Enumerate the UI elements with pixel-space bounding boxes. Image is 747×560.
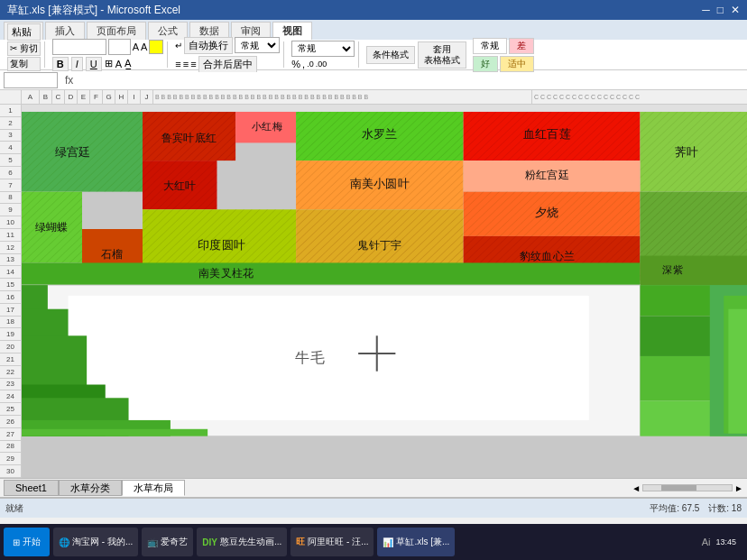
svg-text:深紫: 深紫 <box>662 265 682 276</box>
col-I: I <box>128 90 141 104</box>
start-button[interactable]: ⊞ 开始 <box>4 528 50 556</box>
minimize-btn[interactable]: ─ <box>702 4 710 16</box>
border-icon[interactable]: ⊞ <box>105 58 113 69</box>
paste-button[interactable]: 粘贴 <box>7 23 41 41</box>
excel-icon: 📊 <box>383 537 393 547</box>
clipboard-group: 粘贴 ✂ 剪切 复制 格式刷 <box>4 41 45 68</box>
sheet-tabs-area: Sheet1 水草分类 水草布局 ◄ ► <box>0 478 747 498</box>
column-headers: A B C D E F G H I J B B B B B B B B B B … <box>0 90 747 105</box>
increase-decimal-icon[interactable]: .0 <box>307 60 314 69</box>
corner-cell <box>0 90 22 104</box>
font-size-input[interactable]: -4 <box>108 39 131 55</box>
col-C: C <box>52 90 65 104</box>
align-left-icon[interactable]: ≡ <box>175 59 180 69</box>
scroll-thumb <box>661 485 696 491</box>
svg-rect-32 <box>640 256 747 286</box>
svg-text:绿宫廷: 绿宫廷 <box>55 145 91 159</box>
taskbar-item-aiqiyi[interactable]: 📺 爱奇艺 <box>142 528 193 556</box>
style-good[interactable]: 好 <box>473 56 498 72</box>
col-A: A <box>22 90 40 104</box>
title-bar: 草缸.xls [兼容模式] - Microsoft Excel ─ □ ✕ <box>0 0 747 20</box>
svg-text:血红百莲: 血红百莲 <box>523 128 571 142</box>
taskbar-item-wangwang[interactable]: 旺 阿里旺旺 - 汪... <box>290 528 374 556</box>
decrease-decimal-icon[interactable]: .00 <box>316 60 327 69</box>
taskbar-item-animation[interactable]: DIY 憨豆先生动画... <box>197 528 287 556</box>
fill-color-icon[interactable]: A <box>115 59 122 69</box>
row-headers: 1 2 3 4 5 6 7 8 9 10 11 12 13 14 15 16 1… <box>0 105 22 478</box>
merge-center-button[interactable]: 合并后居中 <box>198 56 257 73</box>
comma-icon[interactable]: , <box>302 59 305 69</box>
taobao-icon: 🌐 <box>59 537 69 547</box>
sheet-tab-water-class[interactable]: 水草分类 <box>59 480 122 496</box>
wrap-text-icon[interactable]: ↵ <box>175 41 182 50</box>
svg-text:水罗兰: 水罗兰 <box>362 128 398 142</box>
italic-button[interactable]: I <box>71 57 83 71</box>
grid-container[interactable]: 绿宫廷 鲁宾叶底红 小红梅 水罗兰 血红百莲 荠叶 大红叶 南美小圆叶 粉红宫廷… <box>22 105 747 478</box>
animation-label: 憨豆先生动画... <box>220 536 281 548</box>
windows-icon: ⊞ <box>13 537 20 547</box>
svg-text:南美叉柱花: 南美叉柱花 <box>198 267 254 280</box>
table-format-button[interactable]: 套用表格格式 <box>418 41 466 69</box>
sheet-tab-sheet1[interactable]: Sheet1 <box>4 480 59 496</box>
average-status: 平均值: 67.5 <box>650 502 699 515</box>
formula-bar: BH1 fx 59 <box>0 70 747 90</box>
style-medium[interactable]: 适中 <box>500 56 534 72</box>
font-color-icon[interactable]: A̲ <box>124 58 132 69</box>
svg-text:夕烧: 夕烧 <box>535 206 559 219</box>
sheet-body: 1 2 3 4 5 6 7 8 9 10 11 12 13 14 15 16 1… <box>0 105 747 478</box>
col-F: F <box>90 90 103 104</box>
ai-label: Ai <box>702 537 711 547</box>
ribbon-tabs: 开始 插入 页面布局 公式 数据 审阅 视图 <box>0 20 747 40</box>
col-B: B <box>40 90 52 104</box>
tab-page-layout[interactable]: 页面布局 <box>87 22 146 40</box>
animation-icon: DIY <box>202 537 217 547</box>
svg-text:印度圆叶: 印度圆叶 <box>198 238 245 252</box>
underline-button[interactable]: U <box>86 57 102 71</box>
horizontal-scrollbar[interactable] <box>642 484 733 491</box>
sheet-tab-water-layout[interactable]: 水草布局 <box>122 480 185 496</box>
wangwang-icon: 旺 <box>296 536 305 548</box>
number-format-select[interactable]: 常规 <box>291 41 355 57</box>
scroll-right-icon[interactable]: ► <box>734 483 743 493</box>
formula-input[interactable]: 59 <box>80 72 743 88</box>
number-group: 常规 % , .0 .00 <box>288 41 359 68</box>
tab-insert[interactable]: 插入 <box>45 22 85 40</box>
font-name-input[interactable]: 宋体 <box>52 39 106 55</box>
style-bad[interactable]: 差 <box>509 38 534 54</box>
spreadsheet: A B C D E F G H I J B B B B B B B B B B … <box>0 90 747 478</box>
system-time: 13:45 <box>715 537 736 546</box>
style-normal[interactable]: 常规 <box>473 38 507 54</box>
start-label: 开始 <box>23 536 41 548</box>
svg-rect-51 <box>22 105 747 112</box>
style-group: 条件格式 套用表格格式 常规 差 好 适中 <box>363 41 538 68</box>
maximize-btn[interactable]: □ <box>717 4 724 16</box>
svg-text:大红叶: 大红叶 <box>163 179 197 192</box>
align-center-icon[interactable]: ≡ <box>183 59 189 69</box>
svg-text:鲁宾叶底红: 鲁宾叶底红 <box>161 133 217 145</box>
scroll-left-icon[interactable]: ◄ <box>632 483 641 493</box>
ribbon-toolbar-1: 粘贴 ✂ 剪切 复制 格式刷 宋体 -4 A A B I U ⊞ <box>0 40 747 70</box>
svg-text:石榴: 石榴 <box>101 248 124 261</box>
cut-button[interactable]: ✂ 剪切 <box>7 41 41 56</box>
cell-reference-input[interactable]: BH1 <box>4 72 58 88</box>
svg-rect-29 <box>22 262 640 285</box>
taskbar-item-excel[interactable]: 📊 草缸.xls [兼... <box>377 528 455 556</box>
copy-button[interactable]: 复制 <box>7 57 41 71</box>
col-D: D <box>65 90 78 104</box>
align-right-icon[interactable]: ≡ <box>190 59 196 69</box>
col-H: H <box>115 90 128 104</box>
bold-button[interactable]: B <box>52 57 69 71</box>
percent-icon[interactable]: % <box>291 59 300 69</box>
taskbar-item-taobao[interactable]: 🌐 淘宝网 - 我的... <box>53 528 138 556</box>
cell-style-panel: 常规 差 好 适中 <box>473 38 534 72</box>
svg-text:荠叶: 荠叶 <box>675 145 699 159</box>
close-btn[interactable]: ✕ <box>731 4 740 16</box>
svg-rect-50 <box>22 429 208 436</box>
sheet-scroll-area: ◄ ► <box>632 483 747 493</box>
svg-text:南美小圆叶: 南美小圆叶 <box>350 177 410 190</box>
wrap-text-button[interactable]: 自动换行 <box>184 37 233 54</box>
conditional-format-button[interactable]: 条件格式 <box>366 46 415 64</box>
col-G: G <box>103 90 115 104</box>
excel-label: 草缸.xls [兼... <box>396 536 449 548</box>
alignment-select[interactable]: 常规 <box>235 37 280 53</box>
